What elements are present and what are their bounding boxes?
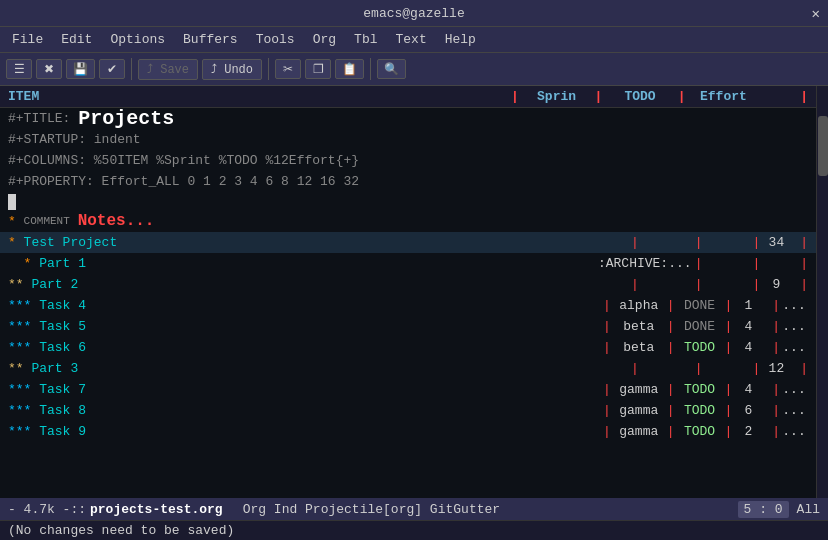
line-empty-2 [0, 463, 816, 484]
toolbar-paste-button[interactable]: 📋 [335, 59, 364, 79]
toolbar-search-button[interactable]: 🔍 [377, 59, 406, 79]
status-bar: - 4.7k -:: projects-test.org Org Ind Pro… [0, 498, 828, 520]
status-line: 5 [744, 502, 752, 517]
line-empty-3 [0, 484, 816, 498]
menu-buffers[interactable]: Buffers [175, 30, 246, 49]
column-header: ITEM | Sprin | TODO | Effort | [0, 86, 816, 108]
status-modes: Org Ind Projectile[org] GitGutter [243, 502, 500, 517]
toolbar-separator-3 [370, 58, 371, 80]
status-right: 5 : 0 All [738, 501, 820, 518]
menu-tbl[interactable]: Tbl [346, 30, 385, 49]
toolbar-new-button[interactable]: ☰ [6, 59, 32, 79]
line-property: #+PROPERTY: Effort_ALL 0 1 2 3 4 6 8 12 … [0, 171, 816, 192]
menu-bar: File Edit Options Buffers Tools Org Tbl … [0, 26, 828, 52]
mini-buffer: (No changes need to be saved) [0, 520, 828, 540]
line-comment-heading: * COMMENT Notes... [0, 211, 816, 232]
menu-file[interactable]: File [4, 30, 51, 49]
toolbar-cancel-button[interactable]: ✔ [99, 59, 125, 79]
line-task5: *** Task 5 | beta | DONE | 4 | ... [0, 316, 816, 337]
status-info: - 4.7k -:: [8, 502, 86, 517]
line-test-project: * Test Project | | | 34 | [0, 232, 816, 253]
menu-help[interactable]: Help [437, 30, 484, 49]
editor-main: ITEM | Sprin | TODO | Effort | #+TITLE: … [0, 86, 816, 498]
code-lines: #+TITLE: Projects #+STARTUP: indent #+CO… [0, 108, 816, 498]
menu-edit[interactable]: Edit [53, 30, 100, 49]
toolbar-copy-button[interactable]: ❐ [305, 59, 331, 79]
title-bar: emacs@gazelle ✕ [0, 0, 828, 26]
menu-text[interactable]: Text [387, 30, 434, 49]
pipe-2: | [587, 89, 610, 104]
line-task9: *** Task 9 | gamma | TODO | 2 | ... [0, 421, 816, 442]
scrollbar-thumb[interactable] [818, 116, 828, 176]
status-col: 0 [775, 502, 783, 517]
mini-buffer-text: (No changes need to be saved) [8, 523, 234, 538]
col-todo-header: TODO [610, 89, 670, 104]
status-filename: projects-test.org [90, 502, 223, 517]
pipe-4: | [753, 89, 808, 104]
menu-org[interactable]: Org [305, 30, 344, 49]
cursor-line [0, 192, 816, 211]
col-sprint-header: Sprin [527, 89, 587, 104]
line-columns: #+COLUMNS: %50ITEM %Sprint %TODO %12Effo… [0, 150, 816, 171]
line-title: #+TITLE: Projects [0, 108, 816, 129]
line-startup: #+STARTUP: indent [0, 129, 816, 150]
line-task8: *** Task 8 | gamma | TODO | 6 | ... [0, 400, 816, 421]
scrollbar[interactable] [816, 86, 828, 498]
col-item-header: ITEM [8, 89, 503, 104]
pipe-1: | [503, 89, 526, 104]
toolbar-separator-2 [268, 58, 269, 80]
line-task6: *** Task 6 | beta | TODO | 4 | ... [0, 337, 816, 358]
line-part3: ** Part 3 | | | 12 | [0, 358, 816, 379]
status-left: - 4.7k -:: projects-test.org Org Ind Pro… [8, 502, 738, 517]
toolbar: ☰ ✖ 💾 ✔ ⤴ Save ⤴ Undo ✂ ❐ 📋 🔍 [0, 52, 828, 86]
toolbar-save-icon-button[interactable]: 💾 [66, 59, 95, 79]
status-all: All [797, 502, 820, 517]
line-part2: ** Part 2 | | | 9 | [0, 274, 816, 295]
toolbar-save-button[interactable]: ⤴ Save [138, 59, 198, 80]
cursor [8, 194, 16, 210]
line-empty-1 [0, 442, 816, 463]
line-part1: * Part 1 :ARCHIVE:... | | | [0, 253, 816, 274]
window-title: emacs@gazelle [363, 6, 464, 21]
line-task7: *** Task 7 | gamma | TODO | 4 | ... [0, 379, 816, 400]
col-effort-header: Effort [693, 89, 753, 104]
line-task4: *** Task 4 | alpha | DONE | 1 | ... [0, 295, 816, 316]
toolbar-undo-button[interactable]: ⤴ Undo [202, 59, 262, 80]
toolbar-cut-button[interactable]: ✂ [275, 59, 301, 79]
editor-content: #+TITLE: Projects #+STARTUP: indent #+CO… [0, 108, 816, 498]
status-position: 5 : 0 [738, 501, 789, 518]
toolbar-close-button[interactable]: ✖ [36, 59, 62, 79]
close-button[interactable]: ✕ [812, 5, 820, 22]
editor-container: ITEM | Sprin | TODO | Effort | #+TITLE: … [0, 86, 828, 498]
menu-tools[interactable]: Tools [248, 30, 303, 49]
pipe-3: | [670, 89, 693, 104]
menu-options[interactable]: Options [102, 30, 173, 49]
toolbar-separator-1 [131, 58, 132, 80]
